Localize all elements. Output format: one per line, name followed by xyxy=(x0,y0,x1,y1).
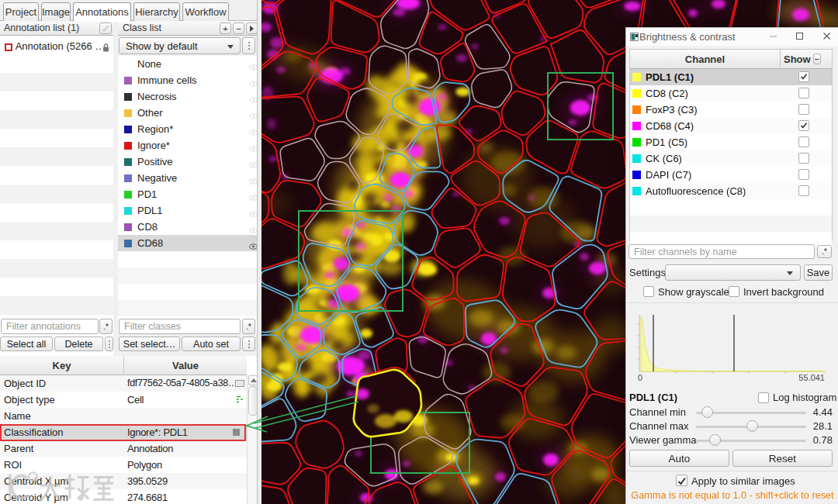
svg-text:55.041: 55.041 xyxy=(798,373,825,382)
svg-text:0: 0 xyxy=(638,373,642,382)
